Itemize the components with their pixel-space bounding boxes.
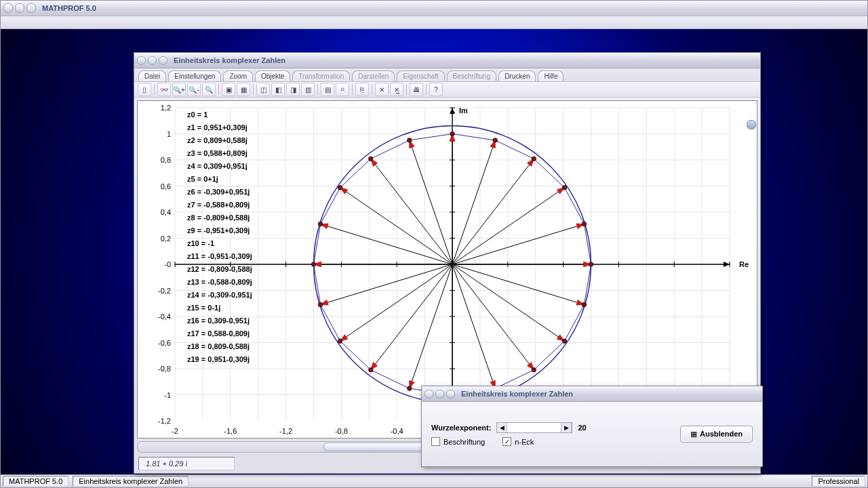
- toolbar-btn-8[interactable]: ◧: [271, 83, 285, 96]
- main-titlebar[interactable]: MATHPROF 5.0: [1, 1, 867, 16]
- desktop-area: Einheitskreis komplexer Zahlen DateiEins…: [1, 29, 867, 474]
- svg-line-95: [452, 188, 564, 264]
- spinner-right-icon[interactable]: ▶: [561, 423, 572, 432]
- checkbox-beschriftung[interactable]: Beschriftung: [431, 437, 485, 446]
- svg-text:z4  =  0,309+0,951j: z4 = 0,309+0,951j: [187, 162, 248, 170]
- toolbar-btn-4[interactable]: 🔍: [202, 83, 216, 96]
- toolbar-btn-17[interactable]: ?: [429, 83, 443, 96]
- svg-line-101: [452, 140, 495, 264]
- window-button-3[interactable]: [26, 3, 36, 13]
- svg-point-133: [408, 386, 412, 390]
- svg-text:z7  =  -0,588+0,809j: z7 = -0,588+0,809j: [187, 201, 250, 209]
- toolbar-btn-15[interactable]: ✕̲: [390, 83, 403, 96]
- svg-text:-2: -2: [172, 427, 178, 435]
- svg-point-94: [582, 222, 586, 226]
- svg-text:z13  =  -0,588-0,809j: z13 = -0,588-0,809j: [187, 278, 252, 286]
- svg-point-106: [450, 131, 454, 136]
- panel-window-button-2[interactable]: [435, 390, 444, 399]
- checkbox-neck[interactable]: ✓n-Eck: [502, 437, 534, 446]
- svg-line-122: [321, 264, 452, 304]
- svg-line-131: [410, 264, 452, 388]
- tab-zoom[interactable]: Zoom: [223, 70, 253, 81]
- svg-text:1: 1: [167, 130, 171, 138]
- svg-point-121: [311, 262, 315, 266]
- toolbar-btn-6[interactable]: ▦: [237, 83, 250, 96]
- ausblenden-button[interactable]: ▦Ausblenden: [680, 426, 753, 443]
- toolbar-btn-1[interactable]: 👓: [157, 83, 171, 96]
- svg-marker-85: [450, 108, 455, 114]
- svg-marker-82: [724, 262, 730, 267]
- plot-window-button-3[interactable]: [159, 56, 167, 65]
- svg-text:z1  =  0,951+0,309j: z1 = 0,951+0,309j: [187, 123, 248, 131]
- toolbar-btn-12[interactable]: ⌗: [336, 83, 349, 96]
- svg-text:z10  =  -1: z10 = -1: [187, 239, 214, 247]
- svg-text:0,2: 0,2: [161, 235, 171, 243]
- toolbar-btn-13[interactable]: ⎘: [355, 83, 369, 96]
- svg-line-125: [340, 264, 452, 341]
- svg-text:z5  =  0+1j: z5 = 0+1j: [187, 175, 218, 183]
- plot-window-button-2[interactable]: [148, 56, 157, 65]
- toolbar-btn-7[interactable]: ◫: [256, 83, 270, 96]
- panel-window-button-3[interactable]: [446, 390, 455, 399]
- status-mid: Einheitskreis komplexer Zahlen: [73, 476, 189, 487]
- svg-text:-1,2: -1,2: [279, 427, 292, 435]
- svg-line-110: [371, 159, 452, 264]
- toolbar-btn-14[interactable]: ✕: [375, 83, 389, 96]
- svg-point-97: [562, 186, 566, 190]
- svg-text:z8  =  -0,809+0,588j: z8 = -0,809+0,588j: [187, 214, 250, 222]
- svg-text:z6  =  -0,309+0,951j: z6 = -0,309+0,951j: [187, 188, 250, 196]
- svg-point-115: [338, 186, 342, 190]
- toolbar-btn-11[interactable]: ▤: [321, 83, 334, 96]
- toolbar-btn-10[interactable]: ▥: [301, 83, 315, 96]
- panel-titlebar[interactable]: Einheitskreis komplexer Zahlen: [422, 386, 762, 402]
- svg-text:z17  =  0,588-0,809j: z17 = 0,588-0,809j: [187, 329, 250, 338]
- main-title: MATHPROF 5.0: [42, 4, 96, 12]
- svg-text:Im: Im: [459, 106, 468, 115]
- statusbar: MATHPROF 5.0 Einheitskreis komplexer Zah…: [1, 474, 867, 487]
- window-button-2[interactable]: [15, 3, 24, 13]
- tab-eigenschaft: Eigenschaft: [397, 70, 444, 81]
- svg-text:z15  =  0-1j: z15 = 0-1j: [187, 304, 220, 312]
- toolbar-btn-2[interactable]: 🔍+: [172, 83, 186, 96]
- plot-window-title: Einheitskreis komplexer Zahlen: [174, 56, 285, 64]
- plot-window-button-1[interactable]: [137, 56, 146, 65]
- tab-einstellungen[interactable]: Einstellungen: [168, 70, 221, 81]
- toolbar-btn-3[interactable]: 🔍-: [187, 83, 201, 96]
- svg-line-146: [452, 264, 584, 304]
- svg-point-127: [338, 339, 342, 343]
- panel-window-button-1[interactable]: [425, 390, 433, 399]
- svg-point-130: [369, 368, 373, 372]
- exponent-spinner[interactable]: ◀▶: [496, 422, 572, 433]
- toolbar-btn-9[interactable]: ◨: [286, 83, 300, 96]
- svg-point-142: [532, 368, 536, 372]
- svg-line-92: [452, 224, 584, 264]
- tab-hilfe[interactable]: Hilfe: [538, 70, 564, 81]
- svg-point-91: [589, 262, 593, 266]
- hide-icon: ▦: [690, 430, 697, 438]
- tab-drucken[interactable]: Drucken: [498, 70, 536, 81]
- svg-text:z9  =  -0,951+0,309j: z9 = -0,951+0,309j: [187, 226, 250, 235]
- tab-datei[interactable]: Datei: [138, 70, 166, 81]
- svg-text:z18  =  0,809-0,588j: z18 = 0,809-0,588j: [187, 342, 250, 350]
- svg-point-145: [562, 339, 566, 343]
- toolbar-btn-16[interactable]: 🖶: [410, 83, 423, 96]
- svg-text:0,6: 0,6: [161, 182, 171, 190]
- window-button-1[interactable]: [3, 3, 13, 13]
- exponent-value: 20: [578, 424, 586, 432]
- svg-text:-1,6: -1,6: [224, 427, 237, 435]
- panel-body: Wurzelexponent: ◀▶ 20 Beschriftung ✓n: [422, 402, 762, 466]
- svg-text:Re: Re: [739, 260, 749, 268]
- svg-line-98: [452, 159, 534, 264]
- status-left: MATHPROF 5.0: [3, 476, 68, 487]
- svg-text:-0: -0: [164, 260, 171, 268]
- toolbar-btn-0[interactable]: ▯: [138, 83, 151, 96]
- status-right: Professional: [812, 476, 865, 487]
- tab-objekte[interactable]: Objekte: [255, 70, 290, 81]
- plot-titlebar[interactable]: Einheitskreis komplexer Zahlen: [134, 53, 760, 68]
- panel-title: Einheitskreis komplexer Zahlen: [461, 390, 573, 398]
- spinner-left-icon[interactable]: ◀: [497, 423, 507, 432]
- svg-text:z19  =  0,951-0,309j: z19 = 0,951-0,309j: [187, 355, 250, 363]
- svg-text:z11  =  -0,951-0,309j: z11 = -0,951-0,309j: [187, 252, 252, 260]
- toolbar-btn-5[interactable]: ▣: [222, 83, 235, 96]
- svg-line-143: [452, 264, 564, 341]
